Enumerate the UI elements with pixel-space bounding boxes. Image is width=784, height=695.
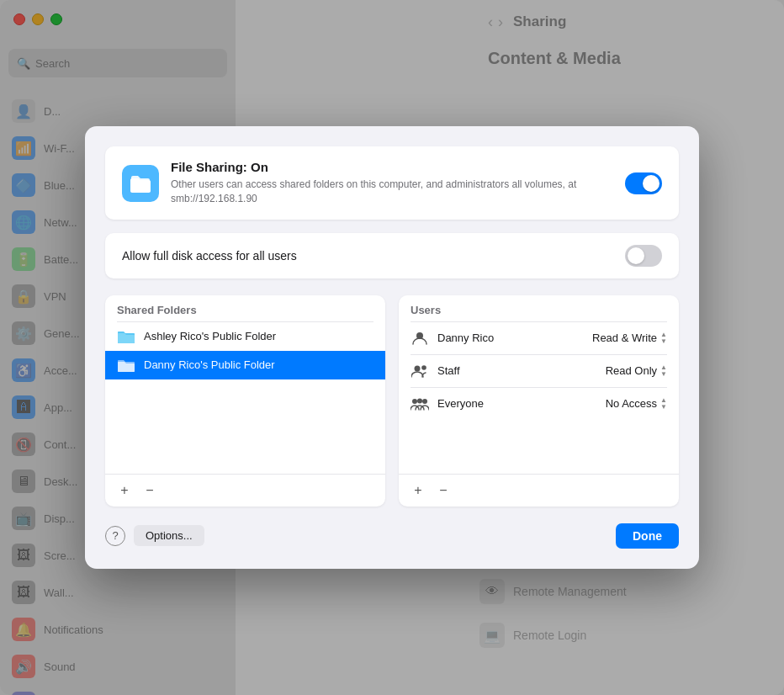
done-button[interactable]: Done xyxy=(616,523,679,549)
users-section: Users Danny Rico Read & Write xyxy=(399,295,679,507)
remove-folder-button[interactable]: − xyxy=(140,481,159,500)
user-item-staff: Staff Read Only ▲ ▼ xyxy=(399,355,679,387)
user-name-danny-rico: Danny Rico xyxy=(437,332,584,344)
svg-point-2 xyxy=(421,365,426,370)
user-icon-staff xyxy=(411,362,429,380)
user-name-everyone: Everyone xyxy=(437,397,597,410)
remove-user-button[interactable]: − xyxy=(434,481,453,500)
folder-item-ashley[interactable]: Ashley Rico's Public Folder xyxy=(105,322,385,351)
everyone-permission-stepper[interactable]: ▲ ▼ xyxy=(660,397,667,411)
danny-permission-label: Read & Write xyxy=(592,332,657,344)
file-sharing-description: Other users can access shared folders on… xyxy=(171,178,613,206)
folders-footer: + − xyxy=(105,474,385,507)
danny-permission-stepper[interactable]: ▲ ▼ xyxy=(660,332,667,345)
staff-permission-stepper[interactable]: ▲ ▼ xyxy=(660,364,667,378)
single-user-icon xyxy=(412,331,427,346)
file-sharing-toggle[interactable] xyxy=(625,172,662,194)
shared-folders-section: Shared Folders Ashley Rico's Public Fold… xyxy=(105,295,385,507)
group-icon-staff xyxy=(411,363,428,379)
file-sharing-icon xyxy=(122,165,159,202)
user-name-staff: Staff xyxy=(437,364,597,377)
danny-permission-control[interactable]: Read & Write ▲ ▼ xyxy=(592,332,667,345)
svg-point-1 xyxy=(415,365,421,371)
users-header: Users xyxy=(399,295,679,321)
folder-list: Ashley Rico's Public Folder Danny Rico's… xyxy=(105,322,385,474)
file-sharing-card: File Sharing: On Other users can access … xyxy=(105,146,679,220)
add-folder-button[interactable]: + xyxy=(115,481,134,500)
shared-folders-header: Shared Folders xyxy=(105,295,385,321)
disk-access-label: Allow full disk access for all users xyxy=(122,249,297,263)
user-icon-danny xyxy=(411,329,429,348)
user-icon-everyone xyxy=(411,395,429,413)
add-user-button[interactable]: + xyxy=(409,481,427,500)
sharing-modal: File Sharing: On Other users can access … xyxy=(85,126,699,569)
everyone-icon xyxy=(411,396,429,411)
user-item-danny-rico: Danny Rico Read & Write ▲ ▼ xyxy=(399,322,679,354)
modal-overlay: File Sharing: On Other users can access … xyxy=(0,0,784,695)
staff-permission-control[interactable]: Read Only ▲ ▼ xyxy=(606,364,667,378)
file-sharing-text: File Sharing: On Other users can access … xyxy=(171,160,613,206)
folder-name-danny: Danny Rico's Public Folder xyxy=(144,358,275,371)
modal-footer: ? Options... Done xyxy=(105,523,679,549)
user-item-everyone: Everyone No Access ▲ ▼ xyxy=(399,388,679,420)
users-list: Danny Rico Read & Write ▲ ▼ xyxy=(399,322,679,474)
folder-icon-svg xyxy=(130,174,151,193)
disk-access-row: Allow full disk access for all users xyxy=(105,233,679,279)
folder-icon-ashley xyxy=(117,329,135,344)
two-col-section: Shared Folders Ashley Rico's Public Fold… xyxy=(105,295,679,507)
folder-icon-danny xyxy=(117,358,135,373)
svg-point-3 xyxy=(412,399,417,404)
everyone-permission-label: No Access xyxy=(606,397,657,410)
folder-item-danny[interactable]: Danny Rico's Public Folder xyxy=(105,351,385,379)
options-button[interactable]: Options... xyxy=(134,525,204,546)
svg-point-4 xyxy=(417,398,422,403)
everyone-permission-control[interactable]: No Access ▲ ▼ xyxy=(606,397,667,411)
help-button[interactable]: ? xyxy=(105,526,125,546)
users-footer: + − xyxy=(399,474,679,507)
folder-name-ashley: Ashley Rico's Public Folder xyxy=(144,330,276,342)
staff-permission-label: Read Only xyxy=(606,364,657,377)
svg-point-5 xyxy=(422,399,427,404)
file-sharing-title: File Sharing: On xyxy=(171,160,613,174)
disk-access-toggle[interactable] xyxy=(625,245,662,267)
